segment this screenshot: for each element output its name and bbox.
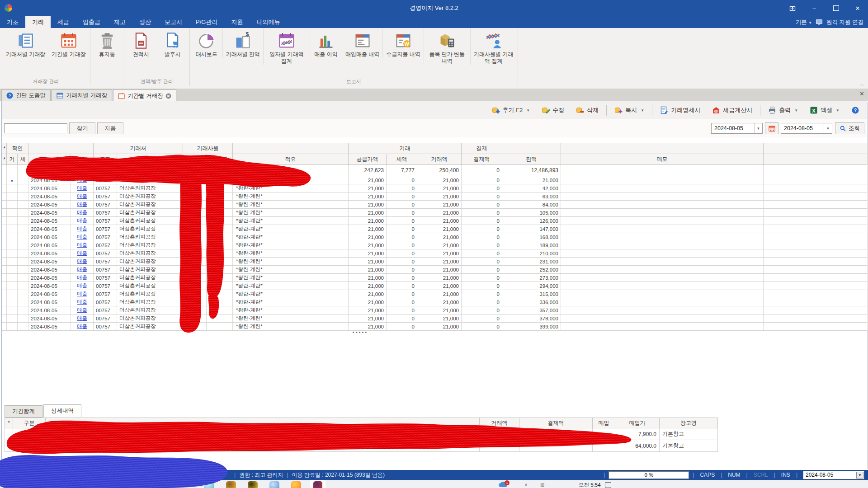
cell-paid-amount[interactable]: 0 xyxy=(462,290,502,298)
cell-employee-code[interactable] xyxy=(183,266,207,274)
cell-row-marker[interactable] xyxy=(2,274,7,282)
cell-confirm-1[interactable] xyxy=(7,306,18,314)
cell-client-name[interactable]: 더삼촌커피공장 xyxy=(117,217,183,225)
trade-type-link[interactable]: 매출 xyxy=(77,299,87,305)
cell-employee-name[interactable] xyxy=(207,290,233,298)
cell-tax-amount[interactable]: 0 xyxy=(387,290,417,298)
grid-column-tax-amount[interactable]: 세액 xyxy=(387,154,417,165)
tabstrip-close-icon[interactable]: ✕ xyxy=(859,90,864,97)
cell-confirm-1[interactable] xyxy=(7,282,18,290)
cell-client-code[interactable]: 00757 xyxy=(94,233,117,241)
grid-column-trade-amount[interactable]: 거래액 xyxy=(417,154,462,165)
cell-employee-name[interactable] xyxy=(207,201,233,209)
cell-confirm-2[interactable] xyxy=(18,176,28,184)
cell-trade-date[interactable]: 2024-08-05 xyxy=(28,323,71,331)
trade-type-link[interactable]: 매출 xyxy=(77,234,87,239)
cell-trade-type[interactable]: 매출 xyxy=(71,233,94,241)
trade-type-link[interactable]: 매출 xyxy=(77,283,87,288)
cell-trade-type[interactable]: 매출 xyxy=(71,298,94,306)
ribbon-button-trade-by-employee[interactable]: 거래사원별 거래액 집계 xyxy=(470,28,517,65)
detail-cell-paid-amount[interactable] xyxy=(519,428,593,440)
detail-column-purchase-price[interactable]: 매입가 xyxy=(615,418,660,428)
table-row[interactable]: 2024-08-05매출00757더삼촌커피공장*왕란-계란*21,000021… xyxy=(2,314,868,323)
cell-memo[interactable] xyxy=(561,290,764,298)
cell-balance[interactable]: 210,000 xyxy=(502,249,561,258)
cell-trade-type[interactable]: 매출 xyxy=(71,323,94,331)
cell-supply-amount[interactable]: 21,000 xyxy=(349,176,387,184)
table-row[interactable]: 64,000.0기본창고 xyxy=(5,440,718,452)
cell-filler[interactable] xyxy=(764,184,868,192)
cell-employee-code[interactable] xyxy=(183,217,207,225)
cell-description[interactable]: *왕란-계란* xyxy=(233,249,349,258)
cell-employee-name[interactable] xyxy=(207,282,233,290)
ribbon-button-trash[interactable]: 휴지통 xyxy=(91,28,123,58)
cell-trade-date[interactable]: 2024-08-05 xyxy=(28,225,71,233)
bottom-tab-detail[interactable]: 상세내역 xyxy=(43,404,81,418)
cell-tax-amount[interactable]: 0 xyxy=(387,274,417,282)
table-row[interactable]: 2024-08-05매출00757더삼촌커피공장*왕란-계란*21,000021… xyxy=(2,282,868,290)
cell-supply-amount[interactable]: 21,000 xyxy=(349,201,387,209)
cell-memo[interactable] xyxy=(561,314,764,323)
ribbon-button-balance-by-client[interactable]: $거래처별 잔액 xyxy=(222,28,263,58)
cell-balance[interactable]: 21,000 xyxy=(502,176,561,184)
cell-employee-code[interactable] xyxy=(183,314,207,323)
table-row[interactable]: 2024-08-05매출00757더삼촌커피공장*왕란-계란*21,000021… xyxy=(2,274,868,282)
cell-client-code[interactable]: 00757 xyxy=(94,306,117,314)
trade-type-link[interactable]: 매출 xyxy=(77,291,87,296)
doc-tab-ledger-by-client[interactable]: 거래처별 거래장 xyxy=(52,89,112,101)
tray-icon[interactable]: ▥ xyxy=(540,482,544,487)
cell-employee-name[interactable] xyxy=(207,258,233,266)
trade-type-link[interactable]: 매출 xyxy=(77,218,87,223)
cell-filler[interactable] xyxy=(764,233,868,241)
cell-memo[interactable] xyxy=(561,225,764,233)
cell-trade-type[interactable]: 매출 xyxy=(71,201,94,209)
cell-description[interactable]: *왕란-계란* xyxy=(233,282,349,290)
cell-memo[interactable] xyxy=(561,323,764,331)
cell-confirm-1[interactable] xyxy=(7,266,18,274)
cell-balance[interactable]: 357,000 xyxy=(502,306,561,314)
cell-trade-date[interactable]: 2024-08-05 xyxy=(28,298,71,306)
cell-balance[interactable]: 336,000 xyxy=(502,298,561,306)
detail-cell-row-marker[interactable] xyxy=(5,428,13,440)
cell-tax-amount[interactable]: 0 xyxy=(387,217,417,225)
cell-supply-amount[interactable]: 21,000 xyxy=(349,209,387,217)
cell-memo[interactable] xyxy=(561,306,764,314)
cell-supply-amount[interactable]: 21,000 xyxy=(349,274,387,282)
cell-paid-amount[interactable]: 0 xyxy=(462,258,502,266)
cell-trade-date[interactable]: 2024-08-05 xyxy=(28,249,71,258)
table-row[interactable]: 2024-08-05매출00757더삼촌커피공장*왕란-계란*21,000021… xyxy=(2,184,868,192)
cell-confirm-1[interactable]: ● xyxy=(7,176,18,184)
cell-client-name[interactable]: 더삼촌커피공장 xyxy=(117,249,183,258)
cell-memo[interactable] xyxy=(561,209,764,217)
cell-trade-type[interactable]: 매출 xyxy=(71,192,94,201)
grid-column-confirm-2[interactable]: 세 xyxy=(18,154,28,165)
detail-cell-trade-amount[interactable] xyxy=(480,440,519,452)
cell-filler[interactable] xyxy=(764,192,868,201)
trade-type-link[interactable]: 매출 xyxy=(77,242,87,248)
taskbar-app-1[interactable] xyxy=(204,481,214,488)
cell-trade-date[interactable]: 2024-08-05 xyxy=(28,258,71,266)
grid-column-balance[interactable]: 잔액 xyxy=(502,154,561,165)
cell-trade-type[interactable]: 매출 xyxy=(71,217,94,225)
table-row[interactable]: 2024-08-05매출00757더삼촌커피공장*왕란-계란*21,000021… xyxy=(2,241,868,249)
cell-row-marker[interactable] xyxy=(2,258,7,266)
cell-memo[interactable] xyxy=(561,217,764,225)
cell-employee-code[interactable] xyxy=(183,306,207,314)
cell-client-code[interactable]: 00757 xyxy=(94,323,117,331)
detail-cell-hidden[interactable] xyxy=(46,440,480,452)
grid-column-trade-date[interactable] xyxy=(28,154,71,165)
cell-trade-amount[interactable]: 21,000 xyxy=(417,258,462,266)
cell-memo[interactable] xyxy=(561,241,764,249)
cell-balance[interactable]: 231,000 xyxy=(502,258,561,266)
cell-trade-date[interactable]: 2024-08-05 xyxy=(28,217,71,225)
cell-description[interactable]: *왕란-계란* xyxy=(233,258,349,266)
cell-balance[interactable]: 252,000 xyxy=(502,266,561,274)
table-row[interactable]: 2024-08-05매출00757더삼촌커피공장*왕란-계란*21,000021… xyxy=(2,266,868,274)
action-center-icon[interactable] xyxy=(605,482,611,488)
cell-trade-date[interactable]: 2024-08-05 xyxy=(28,209,71,217)
trade-type-link[interactable]: 매출 xyxy=(77,307,87,313)
cell-tax-amount[interactable]: 0 xyxy=(387,176,417,184)
cell-client-name[interactable]: 더삼촌커피공장 xyxy=(117,176,183,184)
cell-description[interactable]: *왕란-계란* xyxy=(233,323,349,331)
cell-trade-amount[interactable]: 21,000 xyxy=(417,241,462,249)
